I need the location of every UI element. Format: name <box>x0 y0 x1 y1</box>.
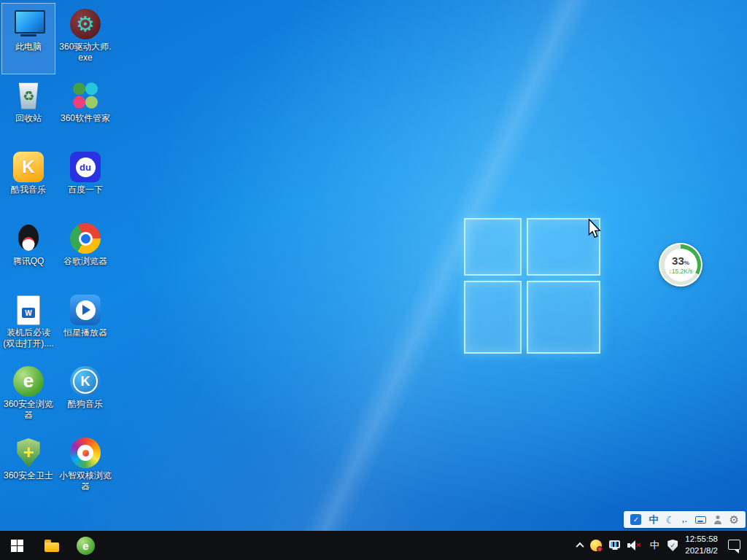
desktop-icon-label: 酷狗音乐 <box>68 399 103 410</box>
desktop-icon-star-player[interactable]: 恒星播放器 <box>58 289 112 360</box>
desktop-icon-recycle-bin[interactable]: ♻ 回收站 <box>1 74 55 146</box>
desktop-icon-label: 360安全浏览器 <box>2 399 55 421</box>
tray-ime-indicator[interactable]: 中 <box>649 539 660 552</box>
mute-x-glyph: ✕ <box>635 541 641 549</box>
windows-logo-icon <box>11 540 23 552</box>
baidu-du-glyph: du <box>80 162 91 173</box>
qq-penguin-icon <box>13 223 44 254</box>
tray-show-hidden-icons-chevron[interactable] <box>576 542 584 551</box>
volume-muted-icon[interactable]: ✕ <box>627 540 641 551</box>
taskbar: e ✕ 中 ✓ 12:55:58 2021/8/2 <box>0 531 747 560</box>
recycle-bin-icon: ♻ <box>13 80 44 111</box>
browser-e-glyph: e <box>82 540 88 552</box>
desktop-icon-column-2: ⚙ 360驱动大师.exe 360软件管家 du 百度一下 谷歌浏览器 恒星播放… <box>57 3 114 503</box>
start-button[interactable] <box>0 531 34 560</box>
360-shield-icon: + <box>13 438 44 468</box>
soft-keyboard-icon[interactable] <box>695 516 706 524</box>
desktop-icon-label: 回收站 <box>15 113 42 124</box>
desktop-icon-label: 腾讯QQ <box>13 256 44 267</box>
play-button-icon <box>70 295 101 325</box>
tray-monitor-icon[interactable] <box>609 540 620 548</box>
kuwo-music-icon: K <box>13 152 44 182</box>
fullwidth-moon-icon[interactable]: ☾ <box>665 515 675 525</box>
system-tray: ✕ 中 ✓ 12:55:58 2021/8/2 <box>577 531 747 560</box>
desktop-icon-label: 装机后必读(双击打开).... <box>2 327 55 349</box>
desktop-icon-this-pc[interactable]: 此电脑 <box>1 3 55 74</box>
taskbar-left: e <box>0 531 103 560</box>
taskbar-360-browser-button[interactable]: e <box>69 531 103 560</box>
desktop-icon-label: 360驱动大师.exe <box>59 42 112 63</box>
desktop-icon-label: 360安全卫士 <box>4 470 53 481</box>
desktop-icon-label: 百度一下 <box>68 184 103 195</box>
progress-ring-inner: 33% ↓15.2K/s <box>665 249 697 281</box>
gear-glyph: ⚙ <box>76 14 95 35</box>
kuwo-k-glyph: K <box>22 157 34 177</box>
browser-e-glyph: e <box>23 370 34 392</box>
desktop-icon-360-safe-guard[interactable]: + 360安全卫士 <box>1 432 55 503</box>
recycle-glyph: ♻ <box>23 88 34 104</box>
desktop-icon-360-driver-master[interactable]: ⚙ 360驱动大师.exe <box>58 3 112 74</box>
tray-360-icon[interactable] <box>590 540 602 551</box>
desktop-icon-kugou-music[interactable]: K 酷狗音乐 <box>58 360 112 432</box>
desktop-icon-tencent-qq[interactable]: 腾讯QQ <box>1 217 55 289</box>
desktop-icon-label: 酷我音乐 <box>11 184 46 195</box>
desktop-icon-chrome[interactable]: 谷歌浏览器 <box>58 217 112 289</box>
desktop-icon-360-browser[interactable]: e 360安全浏览器 <box>1 360 55 432</box>
check-glyph: ✓ <box>633 516 639 524</box>
wallpaper-logo-pane <box>527 281 600 354</box>
ime-language-toggle[interactable]: 中 <box>649 513 658 526</box>
punctuation-toggle-icon[interactable]: ,. <box>682 516 688 524</box>
desktop-icon-label: 恒星播放器 <box>63 327 107 338</box>
desktop-icon-baidu[interactable]: du 百度一下 <box>58 146 112 217</box>
defender-shield-icon[interactable]: ✓ <box>667 540 678 551</box>
desktop-icon-label: 此电脑 <box>15 42 42 52</box>
desktop-icon-label: 小智双核浏览器 <box>59 470 112 492</box>
taskbar-file-explorer-button[interactable] <box>34 531 69 560</box>
desktop-icon-kuwo-music[interactable]: K 酷我音乐 <box>1 146 55 217</box>
clover-icon <box>70 80 101 111</box>
desktop-icon-label: 谷歌浏览器 <box>63 256 107 267</box>
wallpaper-logo-pane <box>527 218 600 276</box>
this-pc-icon <box>13 9 44 39</box>
wallpaper-logo-pane <box>464 281 522 354</box>
tray-date: 2021/8/2 <box>685 545 718 557</box>
kugou-k-icon: K <box>70 366 101 397</box>
desktop-icon-xiaozhi-browser[interactable]: 小智双核浏览器 <box>58 432 112 503</box>
wallpaper-logo-pane <box>464 218 522 276</box>
desktop-icon-label: 360软件管家 <box>61 113 110 124</box>
xiaozhi-browser-icon <box>70 438 101 468</box>
download-speed: ↓15.2K/s <box>668 268 692 275</box>
folder-icon <box>44 540 59 552</box>
ime-settings-gear-icon[interactable]: ⚙ <box>729 514 739 525</box>
ime-logo-icon[interactable]: ✓ <box>630 514 641 525</box>
chrome-icon <box>70 223 101 254</box>
ime-toolbar: ✓ 中 ☾ ,. ⚙ <box>624 511 746 528</box>
shield-plus-glyph: + <box>23 443 34 462</box>
taskbar-clock[interactable]: 12:55:58 2021/8/2 <box>685 534 718 556</box>
doc-w-glyph: W <box>22 308 35 318</box>
ime-account-icon[interactable] <box>713 516 722 524</box>
progress-ring: 33% ↓15.2K/s <box>660 244 701 285</box>
360-browser-icon: e <box>13 366 44 397</box>
shield-check-glyph: ✓ <box>670 542 676 549</box>
desktop-icon-readme[interactable]: W 装机后必读(双击打开).... <box>1 289 55 360</box>
desktop-icon-column-1: 此电脑 ♻ 回收站 K 酷我音乐 腾讯QQ W 装机后必读(双击打开).... … <box>0 3 57 503</box>
tray-time: 12:55:58 <box>685 534 718 545</box>
desktop-icon-360-software-manager[interactable]: 360软件管家 <box>58 74 112 146</box>
kugou-k-glyph: K <box>81 374 90 389</box>
cpu-percent-value: 33% <box>672 255 689 266</box>
net-speed-widget[interactable]: 33% ↓15.2K/s <box>659 243 703 287</box>
baidu-icon: du <box>70 152 101 182</box>
readme-document-icon: W <box>13 295 44 325</box>
desktop[interactable]: 此电脑 ♻ 回收站 K 酷我音乐 腾讯QQ W 装机后必读(双击打开).... … <box>0 0 747 531</box>
action-center-icon[interactable] <box>728 540 740 550</box>
360-browser-icon: e <box>77 537 95 555</box>
driver-gear-icon: ⚙ <box>70 9 101 39</box>
windows-wallpaper-logo <box>464 218 602 355</box>
